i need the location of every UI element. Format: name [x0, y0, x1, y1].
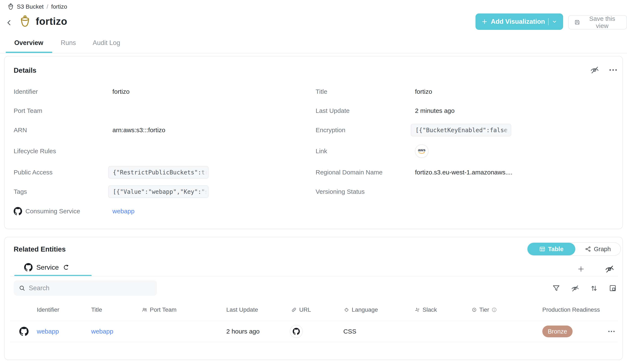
production-readiness-badge: Bronze [542, 325, 573, 337]
github-icon [14, 207, 22, 215]
graph-view-label: Graph [594, 246, 611, 253]
detail-row-lifecycle-rules: Lifecycle Rules [14, 144, 312, 158]
filter-icon [552, 284, 560, 293]
column-label: Language [352, 307, 378, 313]
field-label: Tags [14, 188, 112, 195]
aws-smile-icon [418, 152, 425, 154]
page-title: fortizo [36, 16, 67, 27]
cell-url [290, 325, 303, 338]
title-link[interactable]: webapp [91, 328, 113, 335]
identifier-link[interactable]: webapp [37, 328, 59, 335]
column-header-slack[interactable]: Slack [414, 305, 437, 314]
json-value-text: [{"Value":"webapp","Key":"s [113, 188, 209, 195]
table-divider [10, 342, 618, 342]
cell-language: CSS [343, 325, 356, 338]
info-icon[interactable] [491, 307, 497, 312]
badge-label: Bronze [548, 328, 567, 335]
github-icon [19, 327, 29, 336]
field-label: Identifier [14, 88, 112, 95]
field-value: fortizo.s3.eu-west-1.amazonaws.... [415, 169, 513, 176]
column-header-identifier[interactable]: Identifier [37, 305, 59, 314]
save-icon [574, 19, 580, 25]
ellipsis-icon [608, 330, 615, 332]
ellipsis-icon [609, 69, 617, 71]
filter-button[interactable] [552, 284, 560, 293]
search-box [14, 280, 157, 296]
details-heading: Details [14, 66, 36, 74]
eye-slash-icon [590, 65, 599, 75]
details-menu-button[interactable] [609, 69, 617, 71]
column-header-tier[interactable]: Tier [471, 305, 497, 314]
detail-row-last-update: Last Update 2 minutes ago [315, 104, 618, 117]
related-entities-heading: Related Entities [14, 245, 66, 253]
save-this-view-label: Save this view [583, 15, 621, 29]
consuming-service-link[interactable]: webapp [112, 208, 134, 215]
column-header-production-readiness[interactable]: Production Readiness [542, 305, 600, 314]
column-header-port-team[interactable]: Port Team [142, 305, 176, 314]
button-divider [548, 18, 549, 25]
save-this-view-button[interactable]: Save this view [568, 15, 627, 29]
tab-overview[interactable]: Overview [14, 39, 43, 47]
tab-service[interactable]: Service [24, 262, 69, 273]
row-menu-button[interactable] [608, 325, 615, 338]
table-view-button[interactable]: Table [527, 243, 575, 255]
github-url-link[interactable] [290, 325, 303, 338]
field-label: Link [315, 148, 415, 155]
chevron-down-icon[interactable] [552, 19, 557, 24]
detail-row-public-access: Public Access {"RestrictPublicBuckets":t… [14, 166, 312, 179]
detail-row-encryption: Encryption [{"BucketKeyEnabled":false, [315, 123, 618, 137]
plus-icon [577, 265, 585, 273]
hide-section-button[interactable] [605, 264, 614, 274]
column-label: Production Readiness [542, 307, 600, 313]
field-value: arn:aws:s3:::fortizo [112, 127, 165, 134]
aws-link-badge[interactable]: aws [415, 144, 428, 158]
field-label: Last Update [315, 107, 415, 114]
tab-runs[interactable]: Runs [61, 39, 76, 47]
graph-view-button[interactable]: Graph [575, 243, 621, 255]
add-visualization-button[interactable]: Add Visualization [475, 13, 563, 30]
detail-row-regional-domain: Regional Domain Name fortizo.s3.eu-west-… [315, 166, 618, 179]
eye-slash-icon [571, 284, 579, 293]
github-icon [24, 263, 33, 271]
add-related-entity-button[interactable] [577, 265, 585, 273]
breadcrumb-separator: / [47, 3, 48, 10]
field-label: ARN [14, 127, 112, 134]
search-input[interactable] [29, 284, 152, 292]
relation-arrow-icon [63, 264, 69, 271]
group-by-button[interactable] [609, 284, 617, 293]
target-icon [471, 307, 477, 312]
back-button[interactable] [5, 18, 14, 27]
group-icon [609, 284, 617, 293]
search-icon [19, 285, 25, 292]
column-header-title[interactable]: Title [91, 305, 102, 314]
details-card: Details Identifier fortizo Port Team ARN… [4, 56, 623, 229]
detail-row-port-team: Port Team [14, 104, 312, 117]
field-label: Encryption [315, 127, 415, 134]
field-label: Regional Domain Name [315, 169, 415, 176]
json-value-text: {"RestrictPublicBuckets":tr [113, 169, 209, 176]
column-header-language[interactable]: Language [344, 305, 378, 314]
detail-row-consuming-service: Consuming Service webapp [14, 205, 312, 218]
tabs-divider [0, 53, 627, 53]
hide-columns-button[interactable] [571, 284, 579, 293]
column-label: Identifier [37, 307, 59, 313]
tab-service-label: Service [36, 263, 59, 271]
field-value: fortizo [112, 88, 130, 95]
breadcrumb-entity-type[interactable]: S3 Bucket [17, 3, 44, 10]
column-header-url[interactable]: URL [291, 305, 311, 314]
sort-button[interactable] [590, 284, 598, 293]
table-divider [10, 321, 618, 321]
breadcrumb-current: fortizo [51, 3, 67, 10]
column-label: Title [91, 307, 102, 313]
tab-audit-log[interactable]: Audit Log [93, 39, 120, 47]
slack-icon [414, 307, 420, 313]
github-icon [293, 328, 300, 335]
plus-icon [481, 18, 488, 25]
table-icon [539, 246, 545, 252]
hide-widget-button[interactable] [590, 65, 599, 75]
column-label: Last Update [226, 307, 258, 313]
json-value-text: [{"BucketKeyEnabled":false, [416, 127, 511, 134]
detail-row-title: Title fortizo [315, 85, 618, 98]
column-label: Tier [479, 307, 489, 313]
column-header-last-update[interactable]: Last Update [226, 305, 258, 314]
